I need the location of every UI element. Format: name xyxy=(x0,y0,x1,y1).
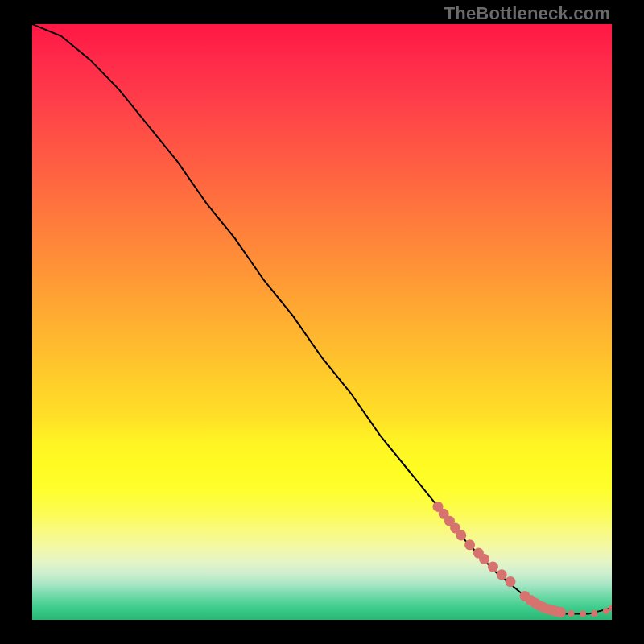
scatter-point xyxy=(591,610,597,617)
scatter-point xyxy=(555,607,566,617)
plot-area xyxy=(32,24,612,620)
scatter-point xyxy=(497,569,507,580)
chart-svg xyxy=(32,24,612,620)
scatter-point xyxy=(488,562,498,572)
scatter-points xyxy=(433,502,613,617)
scatter-point xyxy=(506,576,516,587)
scatter-point xyxy=(479,554,489,564)
scatter-point xyxy=(568,610,575,617)
chart-frame: TheBottleneck.com xyxy=(0,0,644,644)
scatter-point xyxy=(456,530,466,540)
scatter-point xyxy=(464,539,475,550)
watermark-text: TheBottleneck.com xyxy=(444,3,610,24)
curve-line xyxy=(32,24,612,614)
scatter-point xyxy=(580,611,586,617)
scatter-point xyxy=(603,608,609,614)
